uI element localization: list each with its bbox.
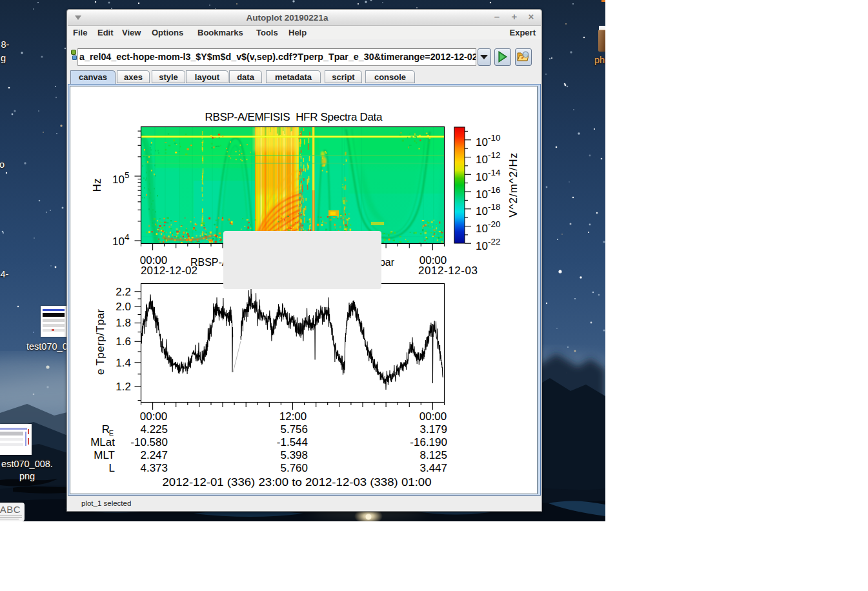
svg-text:-16.190: -16.190 — [410, 436, 447, 448]
svg-text:MLT: MLT — [94, 449, 115, 461]
svg-text:2012-12-03: 2012-12-03 — [418, 265, 478, 277]
svg-text:10-12: 10-12 — [476, 150, 500, 166]
svg-text:1.2: 1.2 — [116, 381, 131, 393]
svg-text:2012-12-02: 2012-12-02 — [141, 265, 197, 277]
svg-text:10-14: 10-14 — [476, 168, 501, 183]
svg-text:4.225: 4.225 — [140, 423, 168, 436]
svg-text:10-16: 10-16 — [476, 185, 500, 201]
svg-text:5.756: 5.756 — [280, 423, 308, 436]
svg-text:-1.544: -1.544 — [277, 436, 308, 448]
svg-text:2012-12-01 (336) 23:00 to 2012: 2012-12-01 (336) 23:00 to 2012-12-03 (33… — [163, 476, 432, 488]
svg-text:e Tperp/Tpar: e Tperp/Tpar — [94, 309, 106, 375]
svg-text:10-20: 10-20 — [476, 219, 500, 235]
svg-text:10-22: 10-22 — [476, 237, 500, 252]
svg-text:10-10: 10-10 — [476, 133, 500, 148]
svg-text:104: 104 — [112, 232, 130, 248]
svg-text:00:00: 00:00 — [140, 410, 168, 423]
svg-text:12:00: 12:00 — [279, 410, 307, 423]
svg-text:5.398: 5.398 — [280, 449, 308, 461]
svg-text:3.447: 3.447 — [419, 462, 447, 474]
svg-text:-10.580: -10.580 — [130, 436, 168, 448]
svg-text:V^2/m^2/Hz: V^2/m^2/Hz — [507, 153, 520, 217]
svg-text:105: 105 — [112, 170, 129, 186]
svg-text:1.4: 1.4 — [116, 357, 131, 369]
svg-text:10-18: 10-18 — [476, 202, 500, 217]
svg-text:5.760: 5.760 — [280, 462, 308, 474]
svg-text:2.0: 2.0 — [116, 301, 131, 313]
svg-text:RBSP-A/EMFISIS HFR Spectra Da: RBSP-A/EMFISIS HFR Spectra Data — [205, 111, 383, 123]
svg-text:2.247: 2.247 — [140, 449, 168, 461]
svg-text:Hz: Hz — [91, 179, 103, 192]
svg-text:4.373: 4.373 — [140, 462, 168, 474]
svg-text:00:00: 00:00 — [419, 410, 447, 423]
svg-text:L: L — [109, 462, 115, 474]
svg-text:8.125: 8.125 — [419, 449, 447, 461]
svg-text:3.179: 3.179 — [419, 423, 447, 436]
svg-text:2.2: 2.2 — [116, 286, 131, 298]
svg-text:1.6: 1.6 — [116, 336, 131, 348]
svg-text:1.8: 1.8 — [116, 317, 131, 329]
svg-text:MLat: MLat — [90, 436, 115, 448]
